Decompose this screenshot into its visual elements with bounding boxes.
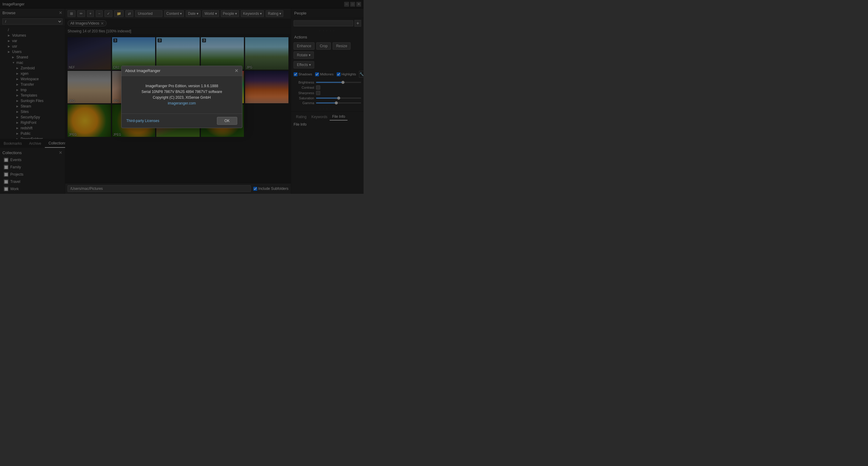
third-party-licenses-link[interactable]: Third-party Licenses <box>126 119 159 123</box>
dialog-website-link[interactable]: imageranger.com <box>168 101 196 105</box>
dialog-line2: Serial 10NP8 7867V BNJS 4894 7867V7 soft… <box>126 89 237 95</box>
dialog-overlay: About ImageRanger ✕ ImageRanger Pro Edit… <box>0 0 364 194</box>
about-dialog: About ImageRanger ✕ ImageRanger Pro Edit… <box>121 66 242 128</box>
dialog-close-button[interactable]: ✕ <box>235 68 239 73</box>
dialog-line1: ImageRanger Pro Edition, version 1.9.6.1… <box>126 83 237 89</box>
dialog-title: About ImageRanger <box>125 68 160 73</box>
dialog-ok-button[interactable]: OK <box>217 117 237 125</box>
dialog-line3: Copyright (C) 2023, XtSense GmbH <box>126 95 237 101</box>
dialog-titlebar: About ImageRanger ✕ <box>122 66 242 76</box>
dialog-body: ImageRanger Pro Edition, version 1.9.6.1… <box>122 76 242 114</box>
dialog-footer: Third-party Licenses OK <box>122 113 242 128</box>
